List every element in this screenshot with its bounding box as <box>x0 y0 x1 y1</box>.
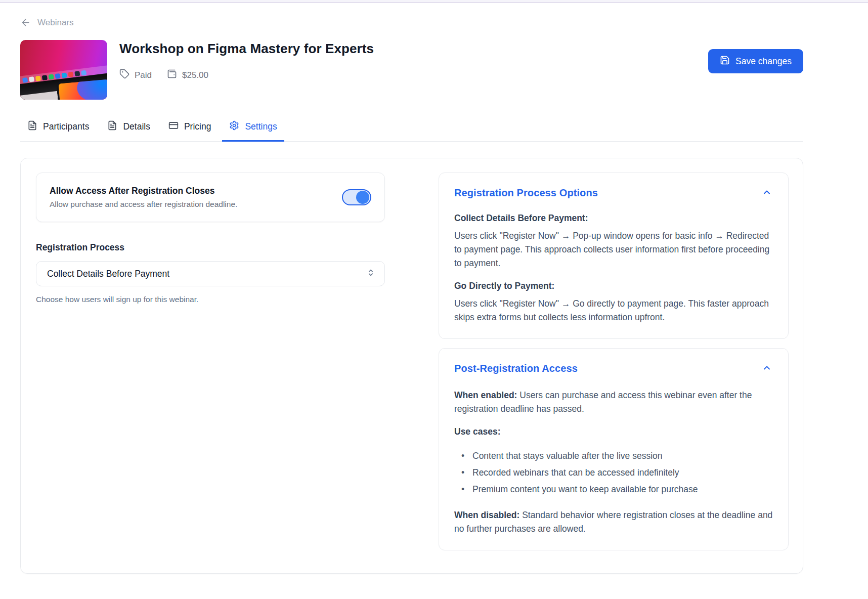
pricing-type-badge: Paid <box>119 69 152 81</box>
save-changes-button[interactable]: Save changes <box>708 49 803 73</box>
registration-options-body: Collect Details Before Payment: Users cl… <box>454 213 773 324</box>
use-cases-list: Content that stays valuable after the li… <box>457 449 773 496</box>
chevrons-up-down-icon <box>367 269 375 279</box>
tab-details[interactable]: Details <box>100 114 157 142</box>
settings-form-column: Allow Access After Registration Closes A… <box>36 173 385 304</box>
option1-title: Collect Details Before Payment: <box>454 213 773 224</box>
registration-process-label: Registration Process <box>36 242 385 253</box>
use-cases-label: Use cases: <box>454 426 773 437</box>
registration-process-value: Collect Details Before Payment <box>47 269 169 279</box>
chevron-up-icon <box>762 187 772 199</box>
option2-description: Users click "Register Now" → Go directly… <box>454 297 773 324</box>
pricing-type-label: Paid <box>135 70 152 80</box>
toggle-knob <box>356 191 369 204</box>
registration-options-card: Registration Process Options Collect Det… <box>439 173 789 339</box>
save-icon <box>720 55 730 68</box>
collapse-button[interactable] <box>761 186 773 200</box>
registration-options-title: Registration Process Options <box>454 187 598 199</box>
tab-settings[interactable]: Settings <box>222 114 284 142</box>
collapse-button[interactable] <box>761 362 773 375</box>
thumbnail-ipad-decor <box>56 77 107 100</box>
allow-access-description: Allow purchase and access after registra… <box>50 200 237 209</box>
allow-access-texts: Allow Access After Registration Closes A… <box>50 186 237 209</box>
option2-title: Go Directly to Payment: <box>454 281 773 291</box>
registration-process-helper: Choose how users will sign up for this w… <box>36 295 385 304</box>
price-badge: $25.00 <box>167 69 208 81</box>
tab-label: Pricing <box>184 121 211 132</box>
when-enabled-text: When enabled: Users can purchase and acc… <box>454 389 773 416</box>
when-disabled-label: When disabled: <box>454 510 519 520</box>
post-registration-body: When enabled: Users can purchase and acc… <box>454 389 773 536</box>
file-text-icon <box>27 120 37 133</box>
breadcrumb-label[interactable]: Webinars <box>37 18 74 28</box>
gear-icon <box>229 120 239 133</box>
file-text-icon <box>107 120 117 133</box>
post-registration-card: Post-Registration Access When enabled: U… <box>439 348 789 550</box>
allow-access-title: Allow Access After Registration Closes <box>50 186 237 196</box>
wallet-icon <box>167 69 177 81</box>
allow-access-card: Allow Access After Registration Closes A… <box>36 173 385 222</box>
use-case-item: Content that stays valuable after the li… <box>457 449 773 463</box>
use-case-item: Recorded webinars that can be accessed i… <box>457 466 773 480</box>
webinar-settings-page: Webinars Workshop on Figma Mastery for E… <box>0 3 868 574</box>
back-arrow-icon[interactable] <box>20 17 31 28</box>
option1-description: Users click "Register Now" → Pop-up wind… <box>454 229 773 270</box>
when-disabled-text: When disabled: Standard behavior where r… <box>454 508 773 536</box>
tag-icon <box>119 69 129 81</box>
breadcrumb[interactable]: Webinars <box>20 17 132 28</box>
page-title: Workshop on Figma Mastery for Experts <box>119 41 374 57</box>
tab-bar: Participants Details Pricing Settings <box>20 114 803 142</box>
header: Workshop on Figma Mastery for Experts Pa… <box>20 40 803 100</box>
tab-participants[interactable]: Participants <box>20 114 96 142</box>
tab-label: Settings <box>245 121 277 132</box>
post-registration-header: Post-Registration Access <box>454 362 773 375</box>
registration-options-header: Registration Process Options <box>454 186 773 200</box>
use-case-item: Premium content you want to keep availab… <box>457 483 773 496</box>
settings-panel: Allow Access After Registration Closes A… <box>20 158 803 574</box>
post-registration-title: Post-Registration Access <box>454 363 578 374</box>
webinar-thumbnail <box>20 40 107 100</box>
save-changes-label: Save changes <box>735 56 792 67</box>
registration-process-select[interactable]: Collect Details Before Payment <box>36 261 385 286</box>
header-info: Workshop on Figma Mastery for Experts Pa… <box>119 40 374 81</box>
tab-pricing[interactable]: Pricing <box>161 114 219 142</box>
tab-label: Details <box>123 121 150 132</box>
chevron-up-icon <box>762 363 772 374</box>
help-cards-column: Registration Process Options Collect Det… <box>439 173 789 550</box>
credit-card-icon <box>168 120 179 133</box>
tab-label: Participants <box>43 121 89 132</box>
webinar-meta: Paid $25.00 <box>119 69 374 81</box>
when-enabled-label: When enabled: <box>454 390 517 400</box>
price-value: $25.00 <box>182 70 208 80</box>
allow-access-toggle[interactable] <box>342 189 371 205</box>
